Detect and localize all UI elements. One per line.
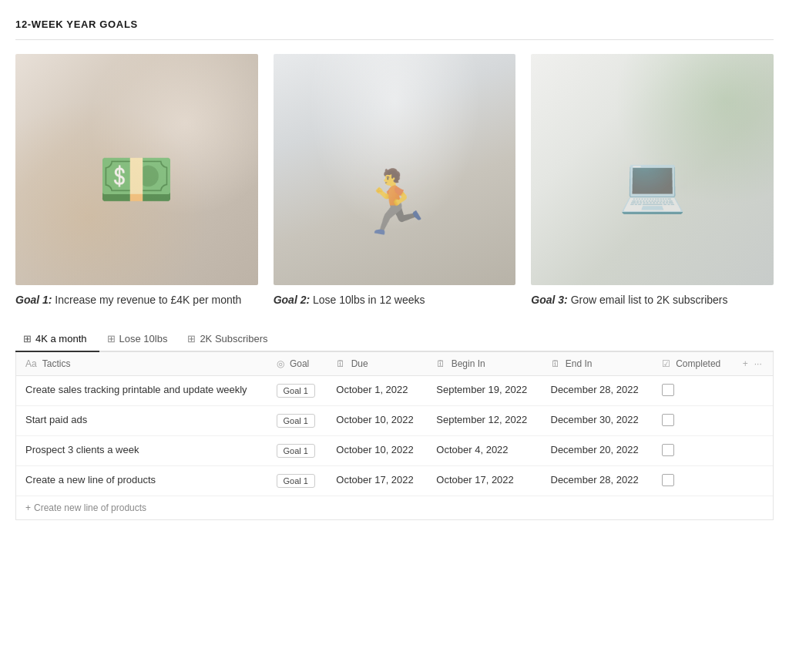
- table-row: Prospect 3 clients a week Goal 1 October…: [16, 435, 773, 465]
- tab-lose-10lbs[interactable]: ⊞ Lose 10lbs: [99, 327, 180, 352]
- col-icon-end: 🗓: [551, 358, 560, 369]
- goal-text-3: Grow email list to 2K subscribers: [568, 294, 728, 306]
- col-icon-completed: ☑: [662, 358, 670, 369]
- cell-completed-1: [653, 405, 734, 435]
- completed-checkbox-0[interactable]: [662, 384, 674, 396]
- tab-label-3: 2K Subscribers: [200, 333, 267, 344]
- goals-grid: Goal 1: Increase my revenue to £4K per m…: [15, 54, 774, 308]
- table-header-row: Aa Tactics ◎ Goal 🗓 Due 🗓 Begin In: [16, 352, 773, 376]
- goal-label-1: Goal 1: Increase my revenue to £4K per m…: [15, 293, 258, 308]
- goal-number-1: Goal 1:: [15, 294, 52, 306]
- add-column-button[interactable]: +: [743, 358, 748, 369]
- col-header-actions: + ···: [734, 352, 773, 376]
- col-header-completed: ☑ Completed: [653, 352, 734, 376]
- col-header-begin-in: 🗓 Begin In: [427, 352, 541, 376]
- cell-end-in-3: December 28, 2022: [542, 465, 653, 496]
- table-row: Create sales tracking printable and upda…: [16, 375, 773, 405]
- goal-card-3: Goal 3: Grow email list to 2K subscriber…: [531, 54, 774, 308]
- add-row-label: Create new line of products: [34, 502, 146, 513]
- cell-begin-in-2: October 4, 2022: [427, 435, 541, 465]
- goal-image-1: [15, 54, 258, 285]
- tab-icon-1: ⊞: [23, 333, 32, 344]
- tab-4k-month[interactable]: ⊞ 4K a month: [15, 327, 99, 352]
- col-header-goal: ◎ Goal: [267, 352, 327, 376]
- cell-end-in-0: December 28, 2022: [542, 375, 653, 405]
- cell-tactics-1: Start paid ads: [16, 405, 267, 435]
- cell-due-0: October 1, 2022: [327, 375, 427, 405]
- table-row: Create a new line of products Goal 1 Oct…: [16, 465, 773, 496]
- completed-checkbox-1[interactable]: [662, 414, 674, 426]
- cell-due-1: October 10, 2022: [327, 405, 427, 435]
- cell-due-2: October 10, 2022: [327, 435, 427, 465]
- cell-actions-0: [734, 375, 773, 405]
- tab-label-2: Lose 10lbs: [119, 333, 168, 344]
- cell-end-in-1: December 30, 2022: [542, 405, 653, 435]
- goal-number-2: Goal 2:: [274, 294, 310, 306]
- completed-checkbox-2[interactable]: [662, 444, 674, 456]
- add-row-button[interactable]: + Create new line of products: [16, 496, 773, 519]
- col-icon-tactics: Aa: [25, 358, 37, 369]
- table-wrapper: Aa Tactics ◎ Goal 🗓 Due 🗓 Begin In: [15, 352, 774, 520]
- col-icon-begin: 🗓: [436, 358, 445, 369]
- cell-due-3: October 17, 2022: [327, 465, 427, 496]
- cell-actions-3: [734, 465, 773, 496]
- cell-actions-1: [734, 405, 773, 435]
- tab-icon-2: ⊞: [107, 333, 116, 344]
- col-icon-due: 🗓: [336, 358, 345, 369]
- tab-2k-subscribers[interactable]: ⊞ 2K Subscribers: [180, 327, 280, 352]
- goal-card-1: Goal 1: Increase my revenue to £4K per m…: [15, 54, 258, 308]
- cell-end-in-2: December 20, 2022: [542, 435, 653, 465]
- cell-goal-1: Goal 1: [267, 405, 327, 435]
- page-title: 12-WEEK YEAR GOALS: [15, 18, 774, 40]
- tactics-table: Aa Tactics ◎ Goal 🗓 Due 🗓 Begin In: [16, 352, 773, 496]
- cell-goal-2: Goal 1: [267, 435, 327, 465]
- cell-tactics-2: Prospect 3 clients a week: [16, 435, 267, 465]
- col-header-due: 🗓 Due: [327, 352, 427, 376]
- completed-checkbox-3[interactable]: [662, 474, 674, 486]
- goal-label-2: Goal 2: Lose 10lbs in 12 weeks: [274, 293, 516, 308]
- cell-completed-2: [653, 435, 734, 465]
- goal-label-3: Goal 3: Grow email list to 2K subscriber…: [531, 293, 774, 308]
- cell-begin-in-0: September 19, 2022: [427, 375, 541, 405]
- goal-image-2: [274, 54, 516, 285]
- cell-begin-in-1: September 12, 2022: [427, 405, 541, 435]
- col-header-tactics: Aa Tactics: [16, 352, 267, 376]
- cell-begin-in-3: October 17, 2022: [427, 465, 541, 496]
- col-icon-goal: ◎: [277, 358, 284, 369]
- table-row: Start paid ads Goal 1 October 10, 2022 S…: [16, 405, 773, 435]
- plus-icon: +: [25, 502, 31, 513]
- col-header-end-in: 🗓 End In: [542, 352, 653, 376]
- cell-tactics-0: Create sales tracking printable and upda…: [16, 375, 267, 405]
- tabs-bar: ⊞ 4K a month ⊞ Lose 10lbs ⊞ 2K Subscribe…: [15, 327, 774, 352]
- tabs-section: ⊞ 4K a month ⊞ Lose 10lbs ⊞ 2K Subscribe…: [15, 327, 774, 520]
- more-options-icon[interactable]: ···: [754, 358, 762, 369]
- tab-icon-3: ⊞: [187, 333, 196, 344]
- cell-goal-0: Goal 1: [267, 375, 327, 405]
- goal-number-3: Goal 3:: [531, 294, 567, 306]
- cell-tactics-3: Create a new line of products: [16, 465, 267, 496]
- goal-card-2: Goal 2: Lose 10lbs in 12 weeks: [274, 54, 516, 308]
- goal-image-3: [531, 54, 774, 285]
- cell-actions-2: [734, 435, 773, 465]
- cell-completed-0: [653, 375, 734, 405]
- goal-text-1: Increase my revenue to £4K per month: [52, 294, 241, 306]
- cell-goal-3: Goal 1: [267, 465, 327, 496]
- cell-completed-3: [653, 465, 734, 496]
- goal-text-2: Lose 10lbs in 12 weeks: [310, 294, 425, 306]
- tab-label-1: 4K a month: [35, 333, 87, 344]
